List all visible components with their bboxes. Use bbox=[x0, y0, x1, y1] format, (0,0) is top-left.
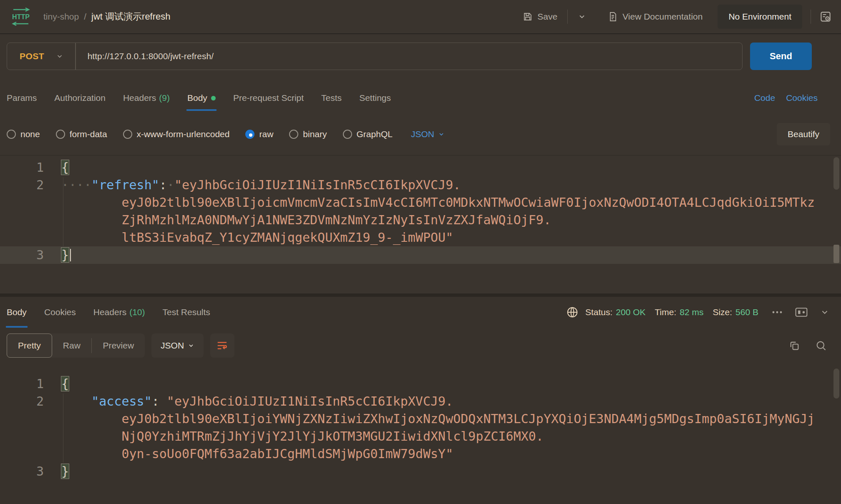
raw-format-selector[interactable]: JSON bbox=[411, 129, 445, 139]
save-options-chevron-icon[interactable] bbox=[578, 13, 586, 21]
editor-line: 3 } bbox=[0, 463, 841, 480]
send-label: Send bbox=[770, 51, 792, 62]
copy-response-icon[interactable] bbox=[788, 340, 800, 351]
breadcrumb-separator: / bbox=[84, 12, 86, 22]
tab-authorization[interactable]: Authorization bbox=[54, 85, 106, 111]
editor-line: 2 "access":"eyJhbGciOiJIUzI1NiIsInR5cCI6… bbox=[0, 393, 841, 410]
request-bar: POST http://127.0.0.1:8000/jwt-refresh/ … bbox=[7, 43, 812, 70]
open-brace: { bbox=[61, 376, 69, 391]
size-pair: Size: 560 B bbox=[713, 307, 758, 317]
tab-pre-request-script[interactable]: Pre-request Script bbox=[233, 85, 304, 111]
radio-raw-circle bbox=[245, 130, 254, 139]
response-pane: Body Cookies Headers (10) Test Results S… bbox=[0, 297, 841, 504]
top-bar-actions: Save View Documentation No Environment bbox=[523, 5, 832, 29]
active-tab-underline bbox=[6, 326, 28, 328]
beautify-button[interactable]: Beautify bbox=[777, 123, 830, 145]
response-tab-body[interactable]: Body bbox=[7, 297, 27, 328]
tab-params[interactable]: Params bbox=[7, 85, 37, 111]
editor-scroll-marker[interactable] bbox=[833, 245, 839, 263]
response-tab-headers[interactable]: Headers (10) bbox=[93, 297, 145, 328]
view-mode-group: Pretty Raw Preview bbox=[7, 333, 145, 358]
json-string: NjQ0YzhiMTRmZjJhYjVjY2JlYjJkOTM3MGU2Iiwi… bbox=[121, 429, 543, 444]
radio-form-data-circle bbox=[56, 130, 65, 139]
line-number: 3 bbox=[0, 246, 61, 264]
save-divider bbox=[567, 10, 568, 24]
body-modified-dot bbox=[211, 96, 216, 100]
url-input[interactable]: http://127.0.0.1:8000/jwt-refresh/ bbox=[76, 51, 214, 61]
radio-urlencoded[interactable]: x-www-form-urlencoded bbox=[123, 129, 230, 139]
editor-wrapped-line: ltBS3iEvabqZ_Y1cyZMANjqgekQUXmZ19_9-_imW… bbox=[0, 229, 841, 246]
network-globe-icon[interactable] bbox=[566, 306, 579, 318]
environment-quick-look-icon[interactable] bbox=[819, 10, 832, 23]
response-format-selector[interactable]: JSON bbox=[151, 333, 204, 358]
response-tab-cookies[interactable]: Cookies bbox=[44, 297, 76, 328]
editor-scrollbar-thumb[interactable] bbox=[833, 369, 839, 399]
line-number: 1 bbox=[0, 159, 61, 176]
editor-wrapped-line: eyJ0b2tlbl90eXBlIjoiYWNjZXNzIiwiZXhwIjox… bbox=[0, 410, 841, 428]
response-meta-icons bbox=[772, 306, 829, 318]
response-headers-count-badge: (10) bbox=[129, 307, 145, 317]
radio-none[interactable]: none bbox=[7, 129, 40, 139]
format-chevron-icon bbox=[188, 342, 194, 349]
breadcrumb-collection[interactable]: tiny-shop bbox=[43, 12, 79, 22]
radio-form-data[interactable]: form-data bbox=[56, 129, 107, 139]
response-tab-test-results[interactable]: Test Results bbox=[163, 297, 210, 328]
save-button[interactable]: Save bbox=[523, 12, 557, 22]
editor-current-line: 3 } bbox=[0, 246, 841, 264]
response-tabs: Body Cookies Headers (10) Test Results S… bbox=[0, 297, 841, 328]
line-number: 3 bbox=[0, 463, 61, 480]
more-options-icon[interactable] bbox=[772, 310, 783, 315]
pane-splitter[interactable] bbox=[0, 293, 841, 297]
request-body-editor[interactable]: 1 { 2 ····"refresh":·"eyJhbGciOiJIUzI1Ni… bbox=[0, 155, 841, 293]
line-number: 1 bbox=[0, 375, 61, 393]
json-string: 0yn-soUo0FQMf63a2abIJCgHMldSMjWpG0ImW79d… bbox=[121, 446, 453, 461]
breadcrumb-request-name[interactable]: jwt 调试演示refresh bbox=[91, 10, 170, 23]
environment-selector[interactable]: No Environment bbox=[718, 5, 802, 29]
http-method-icon: HTTP bbox=[9, 7, 33, 26]
line-number: 2 bbox=[0, 393, 61, 410]
json-string: eyJ0b2tlbl90eXBlIjoiYWNjZXNzIiwiZXhwIjox… bbox=[121, 411, 815, 426]
url-group: POST http://127.0.0.1:8000/jwt-refresh/ bbox=[7, 43, 743, 70]
response-view-toolbar: Pretty Raw Preview JSON bbox=[0, 333, 841, 358]
format-chevron-icon bbox=[438, 131, 445, 138]
json-string: "eyJhbGciOiJIUzI1NiIsInR5cCI6IkpXVCJ9. bbox=[174, 178, 461, 192]
view-mode-preview[interactable]: Preview bbox=[92, 333, 145, 358]
radio-binary[interactable]: binary bbox=[289, 129, 327, 139]
response-meta: Status: 200 OK Time: 82 ms Size: 560 B bbox=[566, 306, 834, 318]
headers-count-badge: (9) bbox=[159, 93, 170, 103]
editor-scrollbar-thumb[interactable] bbox=[833, 157, 839, 190]
status-pair: Status: 200 OK bbox=[585, 307, 646, 317]
tab-tests[interactable]: Tests bbox=[321, 85, 342, 111]
wrap-lines-button[interactable] bbox=[210, 333, 234, 358]
radio-graphql[interactable]: GraphQL bbox=[343, 129, 393, 139]
radio-graphql-circle bbox=[343, 130, 352, 139]
json-key: "access" bbox=[91, 394, 152, 409]
method-selector[interactable]: POST bbox=[7, 51, 56, 61]
radio-binary-circle bbox=[289, 130, 298, 139]
view-mode-raw[interactable]: Raw bbox=[52, 333, 91, 358]
close-brace: } bbox=[61, 464, 69, 479]
cookies-link[interactable]: Cookies bbox=[786, 93, 818, 103]
split-pane-icon[interactable] bbox=[794, 306, 808, 318]
search-response-icon[interactable] bbox=[815, 340, 827, 351]
method-chevron-icon[interactable] bbox=[56, 53, 63, 60]
tab-settings[interactable]: Settings bbox=[359, 85, 391, 111]
whitespace-dot: · bbox=[167, 178, 174, 192]
radio-raw[interactable]: raw bbox=[245, 129, 273, 139]
view-mode-pretty[interactable]: Pretty bbox=[7, 333, 52, 358]
tab-headers[interactable]: Headers (9) bbox=[123, 85, 170, 111]
text-cursor bbox=[70, 249, 71, 261]
whitespace-dots: ···· bbox=[61, 178, 91, 192]
code-link[interactable]: Code bbox=[754, 93, 775, 103]
tab-body[interactable]: Body bbox=[187, 85, 216, 111]
view-documentation-button[interactable]: View Documentation bbox=[608, 12, 703, 22]
collapse-response-chevron-icon[interactable] bbox=[820, 308, 829, 317]
editor-wrapped-line: eyJ0b2tlbl90eXBlIjoicmVmcmVzaCIsImV4cCI6… bbox=[0, 194, 841, 211]
json-string: "eyJhbGciOiJIUzI1NiIsInR5cCI6IkpXVCJ9. bbox=[167, 394, 453, 409]
json-string: ZjRhMzhlMzA0NDMwYjA1NWE3ZDVmNzNmYzIzNyIs… bbox=[121, 213, 551, 227]
save-icon bbox=[523, 12, 533, 22]
time-value: 82 ms bbox=[680, 307, 703, 317]
line-number: 2 bbox=[0, 176, 61, 194]
send-button[interactable]: Send bbox=[750, 43, 812, 70]
editor-wrapped-line: NjQ0YzhiMTRmZjJhYjVjY2JlYjJkOTM3MGU2Iiwi… bbox=[0, 428, 841, 445]
